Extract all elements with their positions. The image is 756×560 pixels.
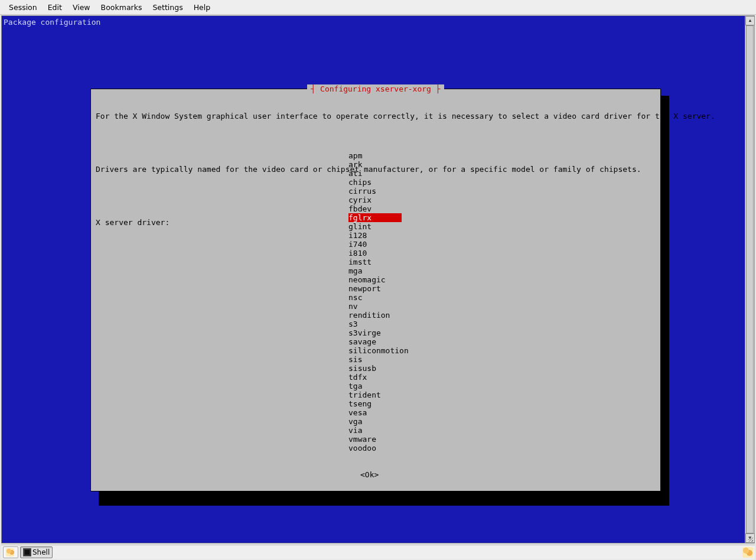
taskbar-button-shell[interactable]: Shell <box>20 546 53 558</box>
terminal-viewport[interactable]: Package configuration ┤ Configuring xser… <box>2 16 745 543</box>
driver-option-s3virge[interactable]: s3virge <box>348 328 402 337</box>
taskbar-shell-label: Shell <box>32 548 50 556</box>
driver-option-savage[interactable]: savage <box>348 337 402 346</box>
driver-option-vmware[interactable]: vmware <box>348 435 402 444</box>
scroll-up-arrow[interactable]: ▴ <box>745 16 755 25</box>
driver-option-siliconmotion[interactable]: siliconmotion <box>348 346 402 355</box>
driver-option-trident[interactable]: trident <box>348 390 402 399</box>
driver-option-ark[interactable]: ark <box>348 160 402 169</box>
dialog-title-wrap: ┤ Configuring xserver-xorg ├ <box>91 84 660 93</box>
dialog-title: ┤ Configuring xserver-xorg ├ <box>307 84 444 93</box>
driver-option-mga[interactable]: mga <box>348 266 402 275</box>
driver-option-vesa[interactable]: vesa <box>348 408 402 417</box>
dialog-body: For the X Window System graphical user i… <box>96 94 656 486</box>
menu-bookmarks[interactable]: Bookmarks <box>96 1 148 14</box>
vertical-scrollbar[interactable]: ▴ ▾ <box>745 16 754 543</box>
menu-session[interactable]: Session <box>4 1 43 14</box>
taskbar-button-sessions[interactable] <box>3 546 18 558</box>
driver-option-tseng[interactable]: tseng <box>348 399 402 408</box>
driver-option-tdfx[interactable]: tdfx <box>348 373 402 382</box>
taskbar: Shell <box>1 545 755 559</box>
driver-option-via[interactable]: via <box>348 426 402 435</box>
driver-option-i128[interactable]: i128 <box>348 231 402 240</box>
spacer <box>96 138 656 147</box>
driver-option-sisusb[interactable]: sisusb <box>348 364 402 373</box>
driver-option-nsc[interactable]: nsc <box>348 293 402 302</box>
driver-option-cirrus[interactable]: cirrus <box>348 187 402 196</box>
driver-option-apm[interactable]: apm <box>348 151 402 160</box>
driver-option-vga[interactable]: vga <box>348 417 402 426</box>
driver-option-neomagic[interactable]: neomagic <box>348 275 402 284</box>
config-dialog: ┤ Configuring xserver-xorg ├ For the X W… <box>90 89 661 491</box>
ok-button[interactable]: <Ok> <box>360 470 379 479</box>
tray-icon[interactable] <box>742 547 753 558</box>
menu-settings[interactable]: Settings <box>147 1 188 14</box>
driver-option-ati[interactable]: ati <box>348 169 402 178</box>
driver-option-sis[interactable]: sis <box>348 355 402 364</box>
sessions-icon <box>6 548 14 556</box>
driver-option-rendition[interactable]: rendition <box>348 311 402 320</box>
driver-option-s3[interactable]: s3 <box>348 320 402 328</box>
menu-bar: Session Edit View Bookmarks Settings Hel… <box>0 0 756 15</box>
driver-option-i740[interactable]: i740 <box>348 240 402 249</box>
terminal-icon <box>23 548 31 556</box>
dialog-paragraph-1: For the X Window System graphical user i… <box>96 112 656 121</box>
system-tray <box>741 547 753 558</box>
driver-option-glint[interactable]: glint <box>348 222 402 231</box>
driver-option-tga[interactable]: tga <box>348 382 402 390</box>
driver-option-chips[interactable]: chips <box>348 178 402 187</box>
package-configuration-title: Package configuration <box>4 18 100 27</box>
driver-option-newport[interactable]: newport <box>348 284 402 293</box>
dialog-title-text: Configuring xserver-xorg <box>320 84 431 93</box>
resize-grip[interactable] <box>745 533 754 543</box>
menu-edit[interactable]: Edit <box>43 1 67 14</box>
terminal-frame: Package configuration ┤ Configuring xser… <box>1 15 755 543</box>
driver-option-fbdev[interactable]: fbdev <box>348 204 402 213</box>
driver-option-voodoo[interactable]: voodoo <box>348 444 402 452</box>
scroll-thumb[interactable] <box>746 25 754 533</box>
menu-help[interactable]: Help <box>188 1 216 14</box>
driver-option-fglrx[interactable]: fglrx <box>348 213 402 222</box>
driver-option-cyrix[interactable]: cyrix <box>348 196 402 204</box>
menu-view[interactable]: View <box>67 1 96 14</box>
driver-option-imstt[interactable]: imstt <box>348 258 402 266</box>
driver-list[interactable]: apmarkatichipscirruscyrixfbdevfglrxglint… <box>348 151 402 452</box>
driver-option-nv[interactable]: nv <box>348 302 402 311</box>
driver-option-i810[interactable]: i810 <box>348 249 402 258</box>
